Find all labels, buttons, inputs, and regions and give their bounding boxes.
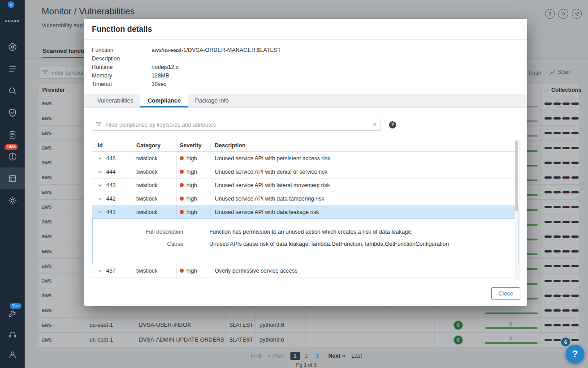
severity-dot-high bbox=[180, 156, 184, 160]
severity-label: high bbox=[186, 209, 197, 215]
serverless-functions-icon bbox=[8, 174, 17, 183]
radar-icon bbox=[8, 43, 17, 51]
help-button[interactable]: 6 ? bbox=[566, 345, 584, 364]
trial-badge: Trial bbox=[10, 303, 22, 309]
function-details-modal: Function details Functionaws/us-east-1/D… bbox=[84, 19, 527, 306]
sidebar-item-report-document[interactable] bbox=[0, 124, 25, 145]
compliance-filter-row: ✕ ? bbox=[92, 119, 519, 131]
help-glyph: ? bbox=[572, 348, 578, 360]
severity-dot-high bbox=[180, 269, 184, 273]
detail-value: Function has permission to an unused act… bbox=[209, 226, 413, 238]
cell-id: 443 bbox=[92, 179, 133, 192]
severity-dot-high bbox=[180, 197, 184, 201]
cell-severity: high bbox=[177, 264, 211, 277]
sidebar-item-radar[interactable] bbox=[0, 36, 25, 58]
scrollbar-thumb[interactable] bbox=[515, 141, 518, 211]
compliance-filter: ✕ bbox=[92, 119, 381, 131]
cell-description: Overly permissive service access bbox=[211, 268, 519, 274]
cell-description: Unused service API with data leakage ris… bbox=[211, 209, 519, 215]
sidebar-item-profile-user[interactable] bbox=[0, 344, 25, 364]
sidebar-item-support-headset[interactable] bbox=[0, 324, 25, 344]
shield-check-icon bbox=[8, 108, 17, 117]
filter-help-icon[interactable]: ? bbox=[389, 121, 396, 128]
column-header-category[interactable]: Category bbox=[133, 139, 177, 151]
severity-dot-high bbox=[180, 183, 184, 187]
tab-compliance[interactable]: Compliance bbox=[140, 94, 188, 107]
column-header-description[interactable]: Description bbox=[211, 142, 519, 149]
cell-description: Unused service API with data tampering r… bbox=[211, 196, 519, 202]
detail-row: Runtimenodejs12.x bbox=[92, 63, 519, 72]
column-header-severity[interactable]: Severity bbox=[177, 139, 211, 151]
tab-package-info[interactable]: Package info bbox=[188, 94, 236, 107]
detail-label: Function bbox=[92, 46, 151, 55]
detail-row: Timeout30sec bbox=[92, 80, 519, 89]
cell-severity: high bbox=[177, 165, 211, 178]
severity-label: high bbox=[186, 196, 197, 202]
compliance-table-header: IdCategorySeverityDescription bbox=[92, 139, 519, 152]
detail-row: CauseUnused APIs cause risk of data leak… bbox=[93, 238, 519, 250]
report-document-icon bbox=[8, 130, 17, 139]
detail-label: Full description bbox=[93, 226, 183, 238]
chevron-down-icon[interactable] bbox=[98, 156, 102, 161]
compliance-id: 446 bbox=[106, 155, 116, 162]
cell-id: 437 bbox=[92, 264, 133, 277]
sidebar-item-policy-list[interactable] bbox=[0, 58, 25, 80]
sidebar-expand-badge[interactable]: » bbox=[8, 1, 14, 8]
chevron-down-icon[interactable] bbox=[98, 170, 102, 174]
detail-row: Memory128MB bbox=[92, 72, 519, 80]
chevron-down-icon[interactable] bbox=[98, 183, 102, 188]
modal-tabs: VulnerabilitiesCompliancePackage info bbox=[84, 94, 527, 108]
severity-dot-high bbox=[180, 170, 184, 174]
settings-gear-icon bbox=[8, 196, 17, 205]
function-details-fields: Functionaws/us-east-1/DVSA-ORDER-MANAGER… bbox=[84, 40, 527, 94]
detail-value: aws/us-east-1/DVSA-ORDER-MANAGER:$LATEST bbox=[151, 46, 281, 55]
cell-description: Unused service API with persistent acces… bbox=[211, 155, 519, 162]
app: Monitor / Vulnerabilities Vulnerability … bbox=[0, 0, 588, 368]
support-headset-icon bbox=[8, 330, 17, 339]
cell-severity: high bbox=[177, 205, 211, 218]
detail-value: nodejs12.x bbox=[151, 63, 178, 72]
compliance-table: IdCategorySeverityDescription 446twistlo… bbox=[92, 139, 519, 281]
alerts-icon bbox=[8, 152, 17, 161]
app-logo: CLOUD bbox=[0, 9, 25, 22]
compliance-row[interactable]: 441twistlockhighUnused service API with … bbox=[92, 205, 519, 219]
clear-filter-icon[interactable]: ✕ bbox=[373, 122, 377, 128]
compliance-id: 442 bbox=[106, 196, 116, 202]
compliance-table-body: 446twistlockhighUnused service API with … bbox=[92, 152, 519, 278]
detail-row: Functionaws/us-east-1/DVSA-ORDER-MANAGER… bbox=[92, 46, 519, 55]
logo-icon bbox=[0, 9, 25, 18]
search-icon bbox=[8, 86, 17, 95]
cell-category: twistlock bbox=[133, 192, 177, 205]
compliance-row[interactable]: 444twistlockhighUnused service API with … bbox=[92, 165, 519, 179]
compliance-row[interactable]: 437twistlockhighOverly permissive servic… bbox=[92, 264, 519, 278]
cell-category: twistlock bbox=[133, 264, 177, 277]
sidebar-item-shield-check[interactable] bbox=[0, 102, 25, 124]
sidebar-item-settings-gear[interactable] bbox=[0, 189, 25, 211]
tab-vulnerabilities[interactable]: Vulnerabilities bbox=[90, 94, 140, 107]
compliance-row[interactable]: 443twistlockhighUnused service API with … bbox=[92, 179, 519, 192]
sidebar-item-serverless-functions[interactable] bbox=[0, 167, 25, 189]
sidebar-item-alerts[interactable]: 1888 bbox=[0, 145, 25, 167]
cell-category: twistlock bbox=[133, 205, 177, 218]
sidebar-item-search[interactable] bbox=[0, 80, 25, 102]
close-button[interactable]: Close bbox=[491, 287, 520, 300]
sidebar-item-utilities-wrench[interactable]: Trial bbox=[0, 304, 25, 324]
help-badge: 6 bbox=[561, 338, 570, 347]
cell-severity: high bbox=[177, 152, 211, 165]
cell-severity: high bbox=[177, 192, 211, 205]
chevron-down-icon[interactable] bbox=[98, 197, 102, 201]
modal-title: Function details bbox=[92, 25, 152, 34]
cell-severity: high bbox=[177, 179, 211, 192]
detail-label: Cause bbox=[93, 238, 183, 250]
compliance-row[interactable]: 442twistlockhighUnused service API with … bbox=[92, 192, 519, 205]
policy-list-icon bbox=[8, 64, 17, 73]
column-header-id[interactable]: Id bbox=[92, 139, 133, 151]
compliance-filter-input[interactable] bbox=[104, 121, 370, 128]
chevron-up-icon[interactable] bbox=[98, 210, 102, 214]
compliance-row[interactable]: 446twistlockhighUnused service API with … bbox=[92, 152, 519, 165]
table-scrollbar[interactable] bbox=[515, 140, 519, 280]
detail-label: Runtime bbox=[92, 63, 151, 72]
detail-value: Unused APIs cause risk of data leakage: … bbox=[209, 238, 449, 250]
cell-id: 446 bbox=[92, 152, 133, 165]
chevron-down-icon[interactable] bbox=[98, 269, 102, 273]
